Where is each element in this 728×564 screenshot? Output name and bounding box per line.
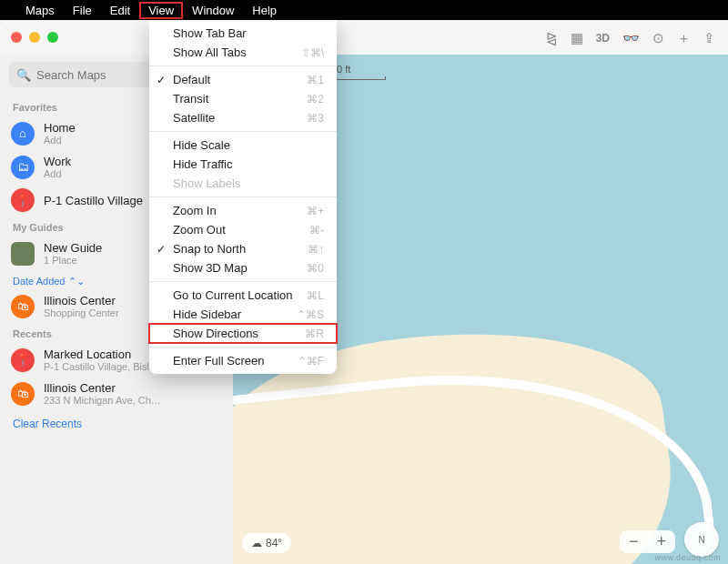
bag-icon: 🛍 — [11, 295, 35, 318]
menu-edit[interactable]: Edit — [101, 2, 139, 19]
map-mode-icon[interactable]: ▦ — [571, 30, 583, 46]
menu-shortcut: ⌘L — [307, 289, 324, 302]
menu-shortcut: ⌘2 — [307, 93, 324, 106]
menu-item-label: Go to Current Location — [173, 288, 293, 302]
menu-separator — [149, 281, 337, 282]
bookmark-icon[interactable]: ⧎ — [546, 30, 558, 46]
menu-file[interactable]: File — [64, 2, 101, 19]
menu-item-label: Hide Sidebar — [173, 307, 241, 321]
minimize-button[interactable] — [29, 32, 40, 43]
toolbar-right: ⧎ ▦ 3D 👓 ⊙ ＋ ⇪ — [533, 22, 728, 55]
menu-item-transit[interactable]: Transit⌘2 — [149, 89, 337, 108]
zoom-control: − + — [620, 530, 675, 553]
close-button[interactable] — [11, 32, 22, 43]
menu-separator — [149, 196, 337, 197]
menu-item-label: Show Tab Bar — [173, 26, 247, 40]
bag-icon: 🛍 — [11, 382, 35, 406]
share-icon[interactable]: ⇪ — [703, 30, 715, 46]
menu-item-label: Satellite — [173, 111, 215, 125]
3d-icon[interactable]: 3D — [596, 32, 610, 45]
menu-item-show-all-tabs[interactable]: Show All Tabs⇧⌘\ — [149, 43, 337, 62]
pin-icon: 📍 — [11, 348, 35, 372]
menu-item-zoom-out[interactable]: Zoom Out⌘- — [149, 220, 337, 239]
checkmark-icon: ✓ — [157, 74, 166, 86]
zoom-out-button[interactable]: − — [620, 530, 648, 553]
scale-indicator: 50 ft — [331, 64, 386, 80]
checkmark-icon: ✓ — [157, 243, 166, 256]
menu-item-show-3d-map[interactable]: Show 3D Map⌘0 — [149, 258, 337, 277]
menu-item-show-directions[interactable]: Show Directions⌘R — [149, 324, 337, 343]
menu-shortcut: ⌘+ — [307, 205, 324, 217]
menu-item-satellite[interactable]: Satellite⌘3 — [149, 108, 337, 127]
app-window: 🔍 Favorites ⌂ HomeAdd 🗂 WorkAdd 📍 P-1 Ca… — [0, 20, 728, 564]
traffic-lights — [11, 32, 58, 43]
binoculars-icon[interactable]: 👓 — [622, 30, 640, 46]
weather-pill[interactable]: ☁84° — [242, 533, 291, 553]
settings-icon[interactable]: ⊙ — [652, 30, 664, 46]
menu-item-show-labels: Show Labels — [149, 174, 337, 193]
menu-item-default[interactable]: ✓Default⌘1 — [149, 70, 337, 89]
menu-item-show-tab-bar[interactable]: Show Tab Bar — [149, 24, 337, 43]
menu-item-label: Transit — [173, 92, 208, 106]
menu-item-go-to-current-location[interactable]: Go to Current Location⌘L — [149, 286, 337, 305]
recent-illinois[interactable]: 🛍 Illinois Center233 N Michigan Ave, Ch… — [0, 377, 233, 410]
menu-item-label: Zoom Out — [173, 223, 226, 237]
menu-maps[interactable]: Maps — [16, 2, 64, 19]
menu-item-snap-to-north[interactable]: ✓Snap to North⌘↑ — [149, 239, 337, 258]
menu-shortcut: ⌘3 — [307, 112, 324, 125]
menu-shortcut: ⌘↑ — [308, 243, 324, 256]
menu-item-label: Show 3D Map — [173, 261, 248, 275]
content-area: 🔍 Favorites ⌂ HomeAdd 🗂 WorkAdd 📍 P-1 Ca… — [0, 55, 728, 564]
menu-shortcut: ⌘R — [305, 327, 324, 340]
menu-shortcut: ⌘- — [309, 224, 324, 237]
watermark: www.deuaq.com — [654, 553, 721, 562]
menu-item-enter-full-screen[interactable]: Enter Full Screen⌃⌘F — [149, 351, 337, 370]
zoom-in-button[interactable]: + — [647, 530, 675, 553]
menu-shortcut: ⌘1 — [307, 74, 324, 86]
menu-shortcut: ⇧⌘\ — [301, 46, 324, 59]
menu-window[interactable]: Window — [183, 2, 243, 19]
menu-item-label: Show Labels — [173, 176, 240, 190]
compass[interactable]: N — [684, 522, 719, 557]
home-icon: ⌂ — [11, 122, 35, 146]
view-menu-dropdown: Show Tab BarShow All Tabs⇧⌘\✓Default⌘1Tr… — [149, 20, 337, 374]
menu-help[interactable]: Help — [243, 2, 286, 19]
menu-shortcut: ⌘0 — [307, 262, 324, 275]
menu-item-label: Hide Traffic — [173, 157, 233, 171]
search-icon: 🔍 — [16, 68, 31, 82]
fullscreen-button[interactable] — [47, 32, 58, 43]
clear-recents-link[interactable]: Clear Recents — [0, 410, 233, 438]
menu-shortcut: ⌃⌘S — [297, 308, 324, 321]
menu-item-hide-sidebar[interactable]: Hide Sidebar⌃⌘S — [149, 305, 337, 324]
menu-item-label: Show All Tabs — [173, 45, 247, 59]
add-icon[interactable]: ＋ — [677, 30, 691, 47]
menu-item-zoom-in[interactable]: Zoom In⌘+ — [149, 201, 337, 220]
menu-item-label: Snap to North — [173, 242, 246, 256]
menu-item-label: Zoom In — [173, 204, 217, 217]
pin-icon: 📍 — [11, 188, 35, 212]
menu-item-label: Hide Scale — [173, 138, 230, 152]
menu-item-hide-traffic[interactable]: Hide Traffic — [149, 155, 337, 174]
menu-item-label: Show Directions — [173, 327, 258, 340]
guide-thumb-icon — [11, 242, 35, 266]
menu-view[interactable]: View — [139, 2, 183, 19]
cloud-icon: ☁ — [251, 537, 262, 549]
work-icon: 🗂 — [11, 156, 35, 179]
menu-item-label: Enter Full Screen — [173, 354, 264, 368]
menu-separator — [149, 65, 337, 66]
menu-item-label: Default — [173, 73, 210, 86]
menu-shortcut: ⌃⌘F — [298, 355, 324, 368]
menu-item-hide-scale[interactable]: Hide Scale — [149, 136, 337, 155]
menubar: Maps File Edit View Window Help — [0, 0, 728, 20]
menu-separator — [149, 131, 337, 132]
menu-separator — [149, 347, 337, 347]
sort-icon: ⌃⌄ — [68, 276, 85, 287]
